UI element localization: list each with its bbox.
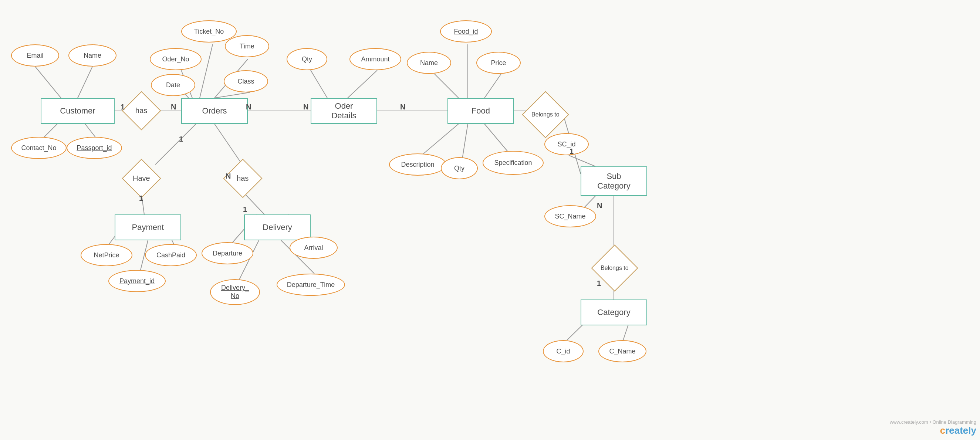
svg-line-6 (200, 44, 213, 98)
entity-oder-details: OderDetails (311, 98, 377, 124)
watermark-brand: creately (890, 425, 976, 436)
attr-departure: Departure (202, 242, 253, 264)
svg-line-0 (35, 67, 61, 98)
svg-line-1 (78, 67, 92, 98)
entity-customer: Customer (41, 98, 115, 124)
attr-sc-name: SC_Name (544, 205, 596, 227)
svg-line-29 (155, 124, 196, 165)
cardinality-n-orders-oder: N (246, 103, 251, 111)
attr-description: Description (389, 153, 446, 176)
attr-name-food: Name (407, 52, 451, 74)
cardinality-n-belongs-sub: 1 (570, 147, 574, 156)
svg-line-10 (215, 92, 250, 98)
attr-food-id: Food_id (440, 20, 492, 43)
svg-line-23 (569, 155, 595, 167)
entity-delivery: Delivery (244, 214, 311, 240)
watermark: www.creately.com • Online Diagramming cr… (890, 419, 976, 436)
attr-sc-id: SC_id (544, 133, 589, 155)
cardinality-1-customer-has: 1 (121, 103, 125, 111)
cardinality-n-oder-food: N (303, 103, 309, 111)
svg-line-31 (215, 124, 242, 165)
svg-line-12 (311, 70, 327, 98)
attr-qty-food: Qty (441, 157, 478, 179)
entity-payment: Payment (115, 214, 181, 240)
attr-time: Time (225, 35, 269, 57)
attr-departure-time: Departure_Time (277, 273, 345, 296)
attr-class: Class (224, 70, 268, 92)
svg-line-13 (348, 70, 377, 98)
cardinality-n-food-belongs: N (400, 103, 405, 111)
cardinality-n-has-orders: N (171, 103, 176, 111)
attr-name-customer: Name (68, 44, 116, 67)
cardinality-n-have-payment: 1 (139, 194, 143, 203)
entity-sub-category: SubCategory (581, 167, 647, 196)
svg-line-17 (484, 74, 501, 98)
cardinality-1-orders-have: 1 (179, 135, 183, 143)
cardinality-n-has2-delivery: 1 (243, 205, 247, 214)
attr-payment-id: Payment_id (108, 270, 165, 292)
svg-line-18 (422, 124, 458, 155)
attr-specification: Specification (483, 151, 544, 175)
watermark-line1: www.creately.com • Online Diagramming (890, 419, 976, 425)
attr-delivery-no: Delivery_No (210, 279, 260, 305)
cardinality-n-orders-has2: N (226, 172, 231, 180)
cardinality-n-sub-belongs2: N (597, 202, 602, 210)
entity-category: Category (581, 300, 647, 326)
attr-qty-oder: Qty (286, 48, 327, 70)
attr-c-id: C_id (543, 340, 584, 362)
svg-line-16 (434, 74, 458, 98)
attr-c-name: C_Name (598, 340, 646, 362)
attr-net-price: NetPrice (81, 244, 132, 266)
attr-date: Date (151, 74, 195, 96)
attr-cash-paid: CashPaid (145, 244, 197, 266)
entity-orders: Orders (181, 98, 248, 124)
entity-food: Food (447, 98, 514, 124)
attr-arrival: Arrival (290, 237, 338, 259)
svg-line-19 (462, 124, 468, 159)
attr-email: Email (11, 44, 59, 67)
attr-price: Price (476, 52, 521, 74)
attr-passport-id: Passport_id (67, 137, 122, 159)
attr-oder-no: Oder_No (150, 48, 202, 70)
attr-ticket-no: Ticket_No (181, 20, 237, 43)
attr-contact-no: Contact_No (11, 137, 67, 159)
cardinality-1-belongs2-cat: 1 (597, 279, 601, 288)
attr-ammount: Ammount (350, 48, 401, 70)
